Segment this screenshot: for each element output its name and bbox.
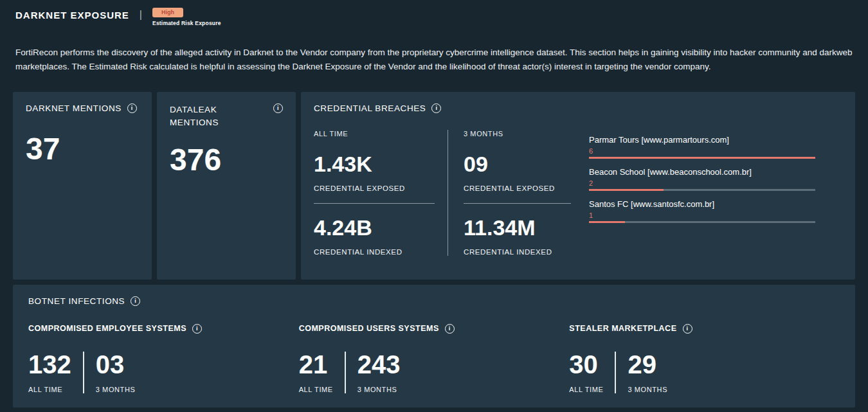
botnet-infections-title: BOTNET INFECTIONS bbox=[28, 296, 125, 306]
dataleak-mentions-value: 376 bbox=[170, 143, 283, 177]
credential-indexed-label: CREDENTIAL INDEXED bbox=[314, 248, 435, 256]
compromised-users-systems-section: COMPROMISED USERS SYSTEMS i 21 ALL TIME … bbox=[299, 324, 570, 393]
all-time-stat: 30 ALL TIME bbox=[569, 352, 603, 393]
dataleak-mentions-card: DATALEAK MENTIONS i 376 bbox=[157, 92, 296, 280]
section-heading: STEALER MARKETPLACE bbox=[569, 324, 676, 333]
credential-breaches-title-row: CREDENTIAL BREACHES i bbox=[314, 103, 842, 113]
info-icon[interactable]: i bbox=[192, 324, 202, 334]
section-heading: COMPROMISED USERS SYSTEMS bbox=[299, 324, 439, 333]
breach-count: 2 bbox=[589, 179, 815, 187]
all-time-stat: 132 ALL TIME bbox=[28, 352, 71, 393]
divider bbox=[83, 352, 84, 393]
stealer-marketplace-section: STEALER MARKETPLACE i 30 ALL TIME 29 3 M… bbox=[569, 324, 840, 393]
section-heading-row: COMPROMISED USERS SYSTEMS i bbox=[299, 324, 570, 334]
divider bbox=[464, 203, 571, 204]
credential-three-months-column: 3 MONTHS 09 CREDENTIAL EXPOSED 11.34M CR… bbox=[448, 130, 584, 256]
breach-bar-track bbox=[589, 189, 815, 191]
stat-label: ALL TIME bbox=[569, 386, 603, 393]
section-description: FortiRecon performs the discovery of the… bbox=[15, 46, 853, 75]
breach-source-name: Beacon School [www.beaconschool.com.br] bbox=[589, 167, 815, 177]
info-icon[interactable]: i bbox=[445, 324, 455, 334]
three-months-stat: 29 3 MONTHS bbox=[628, 352, 667, 393]
stat-label: 3 MONTHS bbox=[357, 386, 401, 393]
breach-bar-track bbox=[589, 221, 815, 223]
period-label: 3 MONTHS bbox=[464, 130, 571, 138]
darknet-mentions-title: DARKNET MENTIONS bbox=[26, 103, 122, 113]
stat-label: 3 MONTHS bbox=[628, 386, 667, 393]
credential-indexed-value: 11.34M bbox=[464, 217, 571, 238]
info-icon[interactable]: i bbox=[431, 103, 441, 113]
breach-bar-fill bbox=[589, 157, 815, 159]
risk-badge-label: Estimated Risk Exposure bbox=[152, 20, 221, 26]
divider bbox=[615, 352, 616, 393]
section-heading-row: STEALER MARKETPLACE i bbox=[569, 324, 840, 334]
breach-bar-fill bbox=[589, 221, 625, 223]
credential-breaches-content: ALL TIME 1.43K CREDENTIAL EXPOSED 4.24B … bbox=[314, 130, 842, 256]
three-months-stat: 03 3 MONTHS bbox=[96, 352, 136, 393]
info-icon[interactable]: i bbox=[683, 324, 692, 334]
page-header: DARKNET EXPOSURE | High Estimated Risk E… bbox=[0, 0, 868, 26]
breach-source-list: Parmar Tours [www.parmartours.com] 6 Bea… bbox=[589, 130, 842, 256]
dataleak-mentions-title-row: DATALEAK MENTIONS i bbox=[170, 103, 283, 130]
botnet-sections: COMPROMISED EMPLOYEE SYSTEMS i 132 ALL T… bbox=[28, 324, 840, 393]
three-months-stat: 243 3 MONTHS bbox=[357, 352, 401, 393]
credential-indexed-value: 4.24B bbox=[314, 217, 435, 238]
darknet-mentions-card: DARKNET MENTIONS i 37 bbox=[13, 92, 152, 280]
credential-breaches-card: CREDENTIAL BREACHES i ALL TIME 1.43K CRE… bbox=[301, 92, 855, 280]
credential-exposed-label: CREDENTIAL EXPOSED bbox=[314, 184, 435, 192]
section-heading: COMPROMISED EMPLOYEE SYSTEMS bbox=[28, 324, 186, 333]
period-label: ALL TIME bbox=[314, 130, 435, 138]
dataleak-mentions-title: DATALEAK MENTIONS bbox=[170, 103, 240, 130]
section-stats: 30 ALL TIME 29 3 MONTHS bbox=[569, 352, 840, 393]
breach-count: 1 bbox=[589, 211, 815, 219]
section-stats: 21 ALL TIME 243 3 MONTHS bbox=[299, 352, 570, 393]
stat-label: ALL TIME bbox=[299, 386, 333, 393]
section-stats: 132 ALL TIME 03 3 MONTHS bbox=[28, 352, 299, 393]
credential-breaches-title: CREDENTIAL BREACHES bbox=[314, 103, 426, 113]
page-title: DARKNET EXPOSURE bbox=[15, 8, 129, 21]
credential-exposed-value: 1.43K bbox=[314, 153, 435, 175]
divider bbox=[314, 203, 435, 204]
darknet-mentions-title-row: DARKNET MENTIONS i bbox=[26, 103, 139, 113]
all-time-stat: 21 ALL TIME bbox=[299, 352, 333, 393]
info-icon[interactable]: i bbox=[131, 296, 140, 306]
breach-source-name: Parmar Tours [www.parmartours.com] bbox=[589, 135, 815, 145]
list-item: Parmar Tours [www.parmartours.com] 6 bbox=[589, 135, 815, 159]
botnet-infections-title-row: BOTNET INFECTIONS i bbox=[28, 296, 840, 306]
stat-value: 21 bbox=[299, 352, 333, 377]
credential-indexed-label: CREDENTIAL INDEXED bbox=[464, 248, 571, 256]
title-divider: | bbox=[140, 8, 142, 21]
darknet-mentions-value: 37 bbox=[26, 132, 139, 166]
risk-block: High Estimated Risk Exposure bbox=[152, 8, 221, 26]
breach-source-name: Santos FC [www.santosfc.com.br] bbox=[589, 199, 815, 209]
credential-exposed-label: CREDENTIAL EXPOSED bbox=[464, 184, 571, 192]
info-icon[interactable]: i bbox=[127, 103, 137, 113]
info-icon[interactable]: i bbox=[273, 103, 283, 113]
top-cards-row: DARKNET MENTIONS i 37 DATALEAK MENTIONS … bbox=[13, 92, 855, 280]
stat-value: 03 bbox=[96, 352, 136, 377]
stat-label: ALL TIME bbox=[28, 386, 71, 393]
compromised-employee-systems-section: COMPROMISED EMPLOYEE SYSTEMS i 132 ALL T… bbox=[28, 324, 299, 393]
botnet-infections-card: BOTNET INFECTIONS i COMPROMISED EMPLOYEE… bbox=[13, 285, 855, 408]
breach-bar-fill bbox=[589, 189, 664, 191]
credential-all-time-column: ALL TIME 1.43K CREDENTIAL EXPOSED 4.24B … bbox=[314, 130, 448, 256]
stat-value: 30 bbox=[569, 352, 603, 377]
breach-bar-track bbox=[589, 157, 815, 159]
stat-value: 132 bbox=[28, 352, 71, 377]
list-item: Beacon School [www.beaconschool.com.br] … bbox=[589, 167, 815, 191]
list-item: Santos FC [www.santosfc.com.br] 1 bbox=[589, 199, 815, 223]
stat-value: 243 bbox=[357, 352, 401, 377]
breach-count: 6 bbox=[589, 147, 815, 155]
section-heading-row: COMPROMISED EMPLOYEE SYSTEMS i bbox=[28, 324, 299, 334]
credential-exposed-value: 09 bbox=[464, 153, 571, 175]
risk-badge: High bbox=[152, 8, 183, 17]
stat-label: 3 MONTHS bbox=[96, 386, 136, 393]
divider bbox=[345, 352, 346, 393]
stat-value: 29 bbox=[628, 352, 667, 377]
